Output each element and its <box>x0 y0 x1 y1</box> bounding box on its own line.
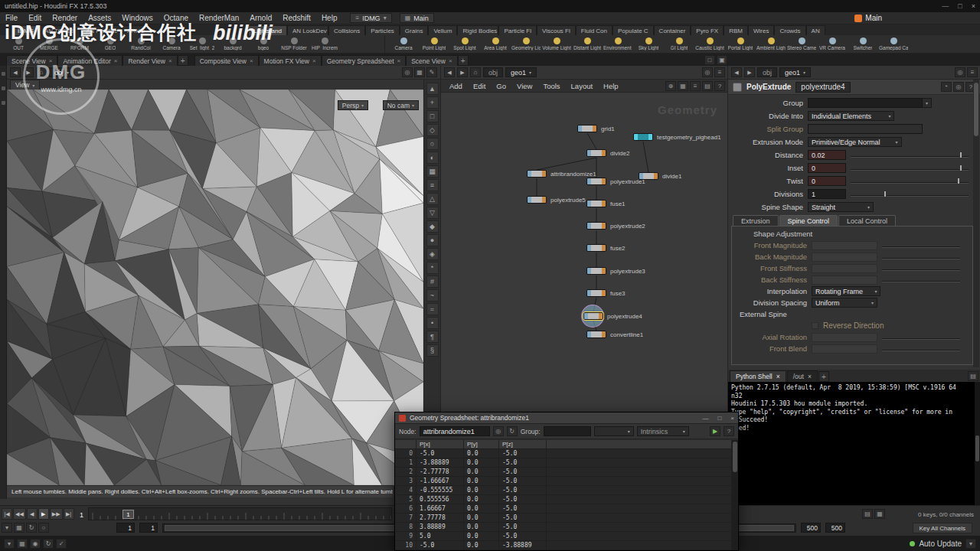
param-dropdown-spine-shape[interactable]: Straight▾ <box>808 202 874 212</box>
channel-scope-icon[interactable]: ▤ <box>862 509 873 519</box>
shelf-tab-an[interactable]: AN <box>806 25 825 35</box>
shelf-tool-spot-light[interactable]: Spot Light <box>449 35 480 53</box>
maximize-button[interactable]: □ <box>717 415 721 422</box>
step-forward-button[interactable]: ▶▶ <box>50 508 63 520</box>
prev-keyframe-button[interactable]: ◀◀ <box>13 508 26 520</box>
column-header-index[interactable] <box>395 440 416 448</box>
param-path-current[interactable]: geo1 ▾ <box>779 67 811 77</box>
shelf-tool-volume-light[interactable]: Volume Light <box>541 35 572 53</box>
network-path-root[interactable]: obj <box>483 67 503 77</box>
snap-icon[interactable]: ≡ <box>426 179 439 191</box>
forward-arrow-icon[interactable]: ▶ <box>23 67 34 77</box>
back-arrow-icon[interactable]: ◀ <box>731 67 742 77</box>
shelf-tab-crowds[interactable]: Crowds <box>774 25 805 35</box>
playhead-marker[interactable]: 1 <box>122 510 134 519</box>
shelf-tool-rform[interactable]: RFORM <box>64 35 95 53</box>
node-name-field[interactable]: polyextrude4 <box>795 82 850 93</box>
shelf-tool-stereo-camera[interactable]: Stereo Camera <box>786 35 817 53</box>
close-tab-icon[interactable]: × <box>397 57 401 64</box>
minimize-button[interactable]: — <box>942 2 949 10</box>
spreadsheet-row[interactable]: 61.666670.0-5.0 <box>395 504 732 514</box>
pane-tab-scene-view[interactable]: Scene View× <box>6 55 57 66</box>
shelf-tab-collisions[interactable]: Collisions <box>328 25 365 35</box>
field-menu-icon[interactable]: ▾ <box>923 98 932 108</box>
network-menu-go[interactable]: Go <box>491 82 511 90</box>
pane-tab-animation-editor[interactable]: Animation Editor× <box>57 55 122 66</box>
add-pane-tab-button[interactable]: + <box>458 55 469 66</box>
shelf-tab-particle-fl[interactable]: Particle Fl <box>498 25 537 35</box>
menu-assets[interactable]: Assets <box>83 14 116 22</box>
pane-tab-geometry-spreadsheet[interactable]: Geometry Spreadsheet× <box>322 55 407 66</box>
node-convertline1[interactable] <box>586 331 606 338</box>
layout-icon[interactable]: ▦ <box>414 67 425 77</box>
global-end-field[interactable]: 500 <box>825 523 845 533</box>
shelf-tool-gamepad-camera[interactable]: Gamepad Camera <box>878 35 909 53</box>
shelf-tool-camera[interactable]: Camera <box>388 35 419 53</box>
add-pane-tab-button[interactable]: + <box>178 55 188 66</box>
shelf-tab-container[interactable]: Container <box>654 25 691 35</box>
node-grid1[interactable] <box>577 125 597 132</box>
shelf-tab-an-lookdev[interactable]: AN LookDev <box>287 25 328 35</box>
go-end-button[interactable]: ▶| <box>64 508 74 520</box>
maximize-button[interactable]: □ <box>958 2 962 10</box>
shelf-tab-pyro-fx[interactable]: Pyro FX <box>691 25 724 35</box>
close-tab-icon[interactable]: × <box>49 57 53 64</box>
forward-arrow-icon[interactable]: ▶ <box>744 67 755 77</box>
scrollbar-handle[interactable] <box>733 442 737 472</box>
help-icon[interactable]: ? <box>724 426 734 436</box>
spreadsheet-scrollbar[interactable] <box>732 440 738 550</box>
update-mode-control[interactable]: Auto Update ▾ <box>910 539 976 549</box>
param-tab-extrusion[interactable]: Extrusion <box>733 215 779 227</box>
close-tab-icon[interactable]: × <box>250 57 253 64</box>
shelf-tool-camera[interactable]: Camera <box>156 35 187 53</box>
close-tab-icon[interactable]: × <box>808 373 812 380</box>
node-testgeometry_pighead1[interactable] <box>633 133 653 141</box>
parameters-scrollbar[interactable] <box>973 80 979 367</box>
grid-icon[interactable]: △ <box>426 193 439 205</box>
close-button[interactable]: × <box>972 2 975 10</box>
scale-icon[interactable]: ○ <box>426 138 439 150</box>
slider-handle[interactable] <box>959 165 962 171</box>
python-tab-python-shell[interactable]: Python Shell× <box>730 370 786 382</box>
node-polyextrude1[interactable] <box>586 178 606 185</box>
audio-icon[interactable]: ○ <box>38 523 49 533</box>
key-all-channels-button[interactable]: Key All Channels <box>913 523 972 533</box>
param-dropdown-extrusion-mode[interactable]: Primitive/Edge Normal▾ <box>808 137 902 147</box>
list-icon[interactable]: ≡ <box>967 67 978 77</box>
scene-viewport[interactable]: Persp ▾ No cam ▾ <box>7 90 423 485</box>
minimize-button[interactable]: — <box>702 415 708 422</box>
global-start-field[interactable]: 500 <box>801 523 821 533</box>
node-polyextrude2[interactable] <box>586 222 606 230</box>
shelf-tab-an-tools[interactable]: AN TOOLS <box>39 25 80 35</box>
close-tab-icon[interactable]: × <box>114 57 118 64</box>
param-dropdown-interpolation[interactable]: Rotating Frame▾ <box>812 286 880 296</box>
forward-arrow-icon[interactable]: ▶ <box>457 67 468 77</box>
checkbox-reverse-direction[interactable] <box>812 322 818 329</box>
dopesheet-icon[interactable]: ▦ <box>874 509 885 519</box>
wireframe-icon[interactable]: ◆ <box>426 220 439 233</box>
param-field-twist[interactable]: 0 <box>808 176 846 186</box>
slider-handle[interactable] <box>959 152 962 158</box>
view-tool-icon[interactable]: ▦ <box>426 165 439 178</box>
param-slider-divisions[interactable] <box>851 189 969 199</box>
param-field-group[interactable] <box>808 98 923 108</box>
pane-tab-motion-fx-view[interactable]: Motion FX View× <box>259 55 322 66</box>
shelf-tool-out[interactable]: OUT <box>3 35 34 53</box>
shelf-tab-grains[interactable]: Grains <box>400 25 429 35</box>
network-menu-help[interactable]: Help <box>598 82 624 90</box>
pin-icon[interactable]: ◎ <box>953 82 964 92</box>
measure-icon[interactable]: ¶ <box>426 331 439 343</box>
network-menu-edit[interactable]: Edit <box>468 82 491 90</box>
param-slider-inset[interactable] <box>851 163 969 173</box>
node-polyextrude3[interactable] <box>586 267 606 275</box>
spreadsheet-row[interactable]: 50.5555560.0-5.0 <box>395 495 732 504</box>
menu-octane[interactable]: Octane <box>158 14 194 22</box>
node-fuse1[interactable] <box>586 200 606 207</box>
add-tab-button[interactable]: + <box>818 371 829 382</box>
menu-windows[interactable]: Windows <box>116 14 158 22</box>
python-console-output[interactable]: Python 2.7.15 (default, Apr 8 2019, 15:3… <box>728 382 980 435</box>
display-flags-icon[interactable]: # <box>426 276 439 288</box>
attribute-class-dropdown[interactable]: ▾ <box>594 426 634 436</box>
no-camera-button[interactable]: No cam ▾ <box>383 100 419 110</box>
select-icon[interactable]: ▲ <box>426 83 439 95</box>
